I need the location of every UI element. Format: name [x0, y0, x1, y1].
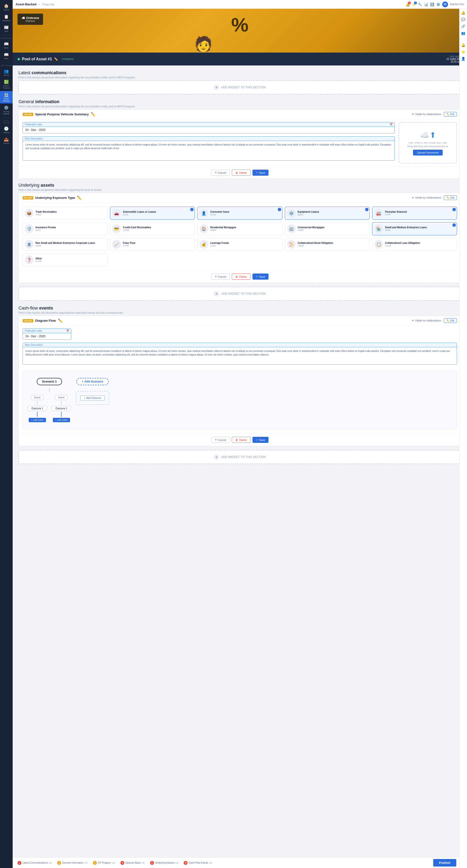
- info-btn[interactable]: ℹ️: [430, 2, 434, 6]
- sidebar-item-feed[interactable]: 📰 feed: [0, 24, 13, 34]
- underlying-cancel-btn[interactable]: ✕ Cancel: [211, 274, 230, 280]
- add-widget-label: ADD WIDGET TO THIS SECTION: [221, 86, 266, 89]
- asset-loan-obligation[interactable]: 📋 Collateralised Loan Obligation CLOB: [372, 238, 457, 251]
- right-chat-icon[interactable]: 💬: [461, 18, 465, 22]
- right-share-icon[interactable]: 🔗: [461, 24, 465, 28]
- asset-name-credit: Credit-Card Receivables: [123, 226, 193, 229]
- cashflow-header-right: 👁 Visible by collaborations ✏️ Edit: [412, 318, 457, 323]
- underlying-delete-icon: 🗑: [235, 275, 238, 278]
- asset-credit-card[interactable]: 💳 Credit-Card Receivables CCRR: [110, 222, 195, 235]
- add-action-btn-1[interactable]: + Add Action: [29, 418, 46, 422]
- right-users-icon[interactable]: 👥: [461, 31, 465, 35]
- underlying-add-widget-label: ADD WIDGET TO THIS SECTION: [221, 292, 266, 296]
- sidebar-divider-1: [2, 35, 11, 35]
- underlying-save-btn[interactable]: ✓ Save: [253, 274, 269, 280]
- bottom-tab-sponsor-bank[interactable]: 4 Sponsor Bank 0/0: [119, 860, 146, 866]
- latest-comm-add-widget[interactable]: + ADD WIDGET TO THIS SECTION: [19, 80, 461, 94]
- general-info-save-btn[interactable]: ✓ Save: [253, 169, 269, 176]
- sidebar-label-impact: Impact Finance: [0, 85, 12, 89]
- asset-code-trade: TREC: [35, 213, 105, 216]
- right-person-icon[interactable]: 👤: [461, 57, 465, 61]
- issuance-icon: 📋: [4, 14, 9, 19]
- asset-automobile-loans[interactable]: 🚗 Automobile Loans or Leases ALOL ✓: [110, 207, 195, 220]
- sidebar-item-asset-backed[interactable]: 🏦 Asset Backed: [0, 91, 13, 103]
- asset-icon-consumer: 👤: [199, 209, 208, 218]
- asset-consumer-loans[interactable]: 👤 Consumer loans CONL ✓: [197, 207, 282, 220]
- sidebar-item-book1[interactable]: 📖 Book: [0, 40, 13, 50]
- cashflow-delete-btn[interactable]: 🗑 Delete: [232, 437, 251, 443]
- asset-insurance[interactable]: 🛡️ Insurance Premia INSU: [23, 222, 107, 235]
- asset-icon-credit: 💳: [112, 224, 121, 233]
- add-action-btn-2[interactable]: + Add Action: [53, 418, 70, 422]
- page-title-edit-icon[interactable]: ✏️: [54, 57, 58, 61]
- settings-btn[interactable]: ⚙️: [436, 2, 440, 6]
- cashflow-save-btn[interactable]: ✓ Save: [253, 437, 269, 443]
- right-notifications-icon[interactable]: 🔔: [461, 11, 465, 14]
- tools-btn[interactable]: 🔧: [418, 2, 422, 6]
- asset-residential[interactable]: 🏠 Residential Mortgages RMRT: [197, 222, 282, 235]
- cashflow-edit-btn[interactable]: ✏️ Edit: [444, 318, 457, 323]
- cashflow-save-icon: ✓: [256, 438, 258, 441]
- sidebar-item-home[interactable]: 🏠 Home: [0, 2, 13, 12]
- add-outcome-btn[interactable]: + Add Outcome: [80, 396, 105, 401]
- user-avatar[interactable]: JD: [442, 1, 448, 7]
- underlying-edit-btn[interactable]: ✏️ Edit: [444, 195, 457, 200]
- asset-other[interactable]: ❓ Other OTHR: [23, 253, 107, 267]
- general-info-edit-btn[interactable]: ✏️ Edit: [444, 112, 457, 117]
- sidebar-section-posttrade: Post-trade: [0, 119, 13, 125]
- add-widget-plus-icon: +: [214, 85, 219, 90]
- general-info-title-bold: information: [35, 99, 59, 104]
- sidebar-item-book2[interactable]: 📖 Book: [0, 51, 13, 61]
- sidebar-item-impact-finance[interactable]: 💹 Impact Finance: [0, 78, 13, 91]
- sidebar-label-issuing: Issuing settings: [0, 111, 12, 115]
- hero-banner: ☁️ Onbrane Onbrane % 🧑: [13, 9, 467, 53]
- underlying-title-edit-icon[interactable]: ✏️: [77, 195, 82, 200]
- general-info-header-left: FILLED Special Purpose Vehicule Summary …: [23, 112, 96, 117]
- asset-leverage-funds[interactable]: 💰 Leverage Funds LVFG: [197, 238, 282, 251]
- bottom-tab-latest-comm[interactable]: 1 Latest Communications 0/0: [15, 860, 54, 866]
- asset-code-commercial: CMRT: [298, 229, 368, 231]
- event2-conn: [61, 401, 62, 405]
- sidebar-item-issuing[interactable]: ⚙️ Issuing settings: [0, 104, 13, 116]
- sidebar-item-actors[interactable]: 👥 Actors: [0, 67, 13, 78]
- upload-cloud-icon: ☁️⬆: [420, 130, 436, 140]
- asset-equipment-leases[interactable]: ⚙️ Equipment Leases EQPL ✓: [285, 207, 370, 220]
- cashflow-add-widget[interactable]: + ADD WIDGET TO THIS SECTION: [19, 450, 461, 464]
- upload-framework-btn[interactable]: Upload framework: [413, 150, 442, 155]
- sidebar-item-issuance[interactable]: 📋 Issuance: [0, 13, 13, 23]
- add-scenario-btn[interactable]: + Add Scenario: [76, 378, 108, 385]
- asset-trade-receivables[interactable]: 📦 Trade Receivables TREC: [23, 207, 107, 220]
- asset-futur-flow[interactable]: 📈 Futur Flow FUTR: [110, 238, 195, 251]
- sidebar-label-export: Export: [3, 142, 9, 144]
- asset-floorplan[interactable]: 🏭 Floorplan financed FLRF ✓: [372, 207, 457, 220]
- publish-btn[interactable]: Publish: [433, 859, 456, 867]
- right-star-icon[interactable]: ⭐: [461, 50, 465, 54]
- sidebar-item-export[interactable]: 📤 Export: [0, 135, 13, 146]
- bottom-tab-cashflow[interactable]: 6 Cash-Flow Events 0/0: [182, 860, 214, 866]
- underlying-delete-btn[interactable]: 🗑 Delete: [232, 274, 251, 280]
- asset-commercial[interactable]: 🏢 Commercial Mortgages CMRT: [285, 222, 370, 235]
- general-info-subtitle: Find in this section all general informa…: [19, 105, 461, 108]
- bottom-tab-underlying-assets[interactable]: 5 Underlying Assets 0/0: [148, 860, 180, 866]
- sidebar-item-history[interactable]: 🕐 History: [0, 125, 13, 135]
- right-bell2-icon[interactable]: 🔔: [461, 43, 465, 47]
- asset-bond-obligation[interactable]: 📜 Collateralised Bond Obligation CBOB: [285, 238, 370, 251]
- asset-info-consumer: Consumer loans CONL: [210, 211, 280, 216]
- cashflow-cancel-btn[interactable]: ✕ Cancel: [211, 437, 230, 443]
- notifications-btn[interactable]: 🔔 8: [406, 2, 410, 6]
- alerts-btn[interactable]: ⚡ 1: [412, 2, 416, 6]
- tab-count-cashflow: 0/0: [209, 862, 212, 864]
- widget-title-edit-icon[interactable]: ✏️: [91, 112, 96, 117]
- asset-icon-floorplan: 🏭: [374, 209, 383, 218]
- upload-area[interactable]: ☁️⬆ PNG, JPEG or JPG, smaller than 4 MB.…: [399, 122, 457, 163]
- asset-sme-loans[interactable]: 🏪 Small and Medium Enterprise Loans SMEL…: [372, 222, 457, 235]
- cashflow-title-edit-icon[interactable]: ✏️: [58, 318, 63, 323]
- underlying-add-widget[interactable]: + ADD WIDGET TO THIS SECTION: [19, 287, 461, 301]
- chart-btn[interactable]: 📊: [424, 2, 428, 6]
- asset-non-sme[interactable]: 🏦 Non Small and Medium Enterprise Corpor…: [23, 238, 107, 251]
- outcome2-line: [61, 412, 62, 417]
- bottom-tab-cp-program[interactable]: 3 CP Program 0/3: [91, 860, 117, 866]
- bottom-tab-general-info[interactable]: 2 General Information 0/3: [55, 860, 90, 866]
- general-info-delete-btn[interactable]: 🗑 Delete: [232, 169, 251, 176]
- general-info-cancel-btn[interactable]: ✕ Cancel: [211, 169, 230, 176]
